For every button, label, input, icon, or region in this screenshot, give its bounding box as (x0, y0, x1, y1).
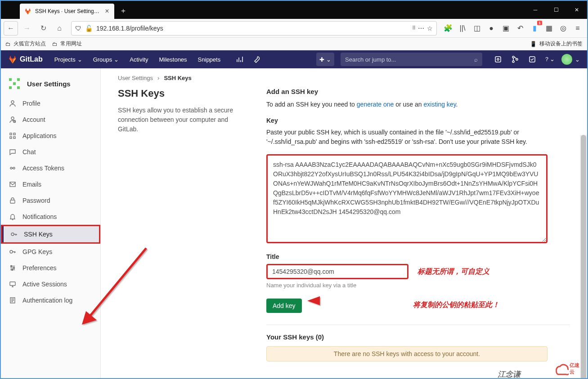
bookmark-common[interactable]: 🗀常用网址 (52, 40, 82, 48)
chevron-down-icon[interactable]: ⌄ (575, 56, 580, 63)
svg-point-12 (11, 117, 14, 120)
menu-snippets[interactable]: Snippets (193, 54, 225, 66)
sidebar-item-label: Active Sessions (22, 281, 67, 288)
back-button[interactable]: ← (4, 21, 18, 36)
sidebar-item-chat[interactable]: Chat (1, 144, 100, 160)
sidebar-item-notifications[interactable]: Notifications (1, 209, 100, 225)
svg-rect-9 (9, 86, 12, 89)
title-input[interactable] (266, 264, 408, 279)
sidebar-item-preferences[interactable]: Preferences (1, 260, 100, 276)
sidebar-item-label: Access Tokens (22, 165, 64, 172)
url-bar[interactable]: 🛡 🔓 192.168.1.8/profile/keys ⠿ ⋯ ☆ (71, 21, 437, 36)
scrollbar[interactable] (580, 135, 587, 379)
sidebar-header[interactable]: User Settings (1, 72, 100, 95)
maximize-button[interactable]: ☐ (546, 1, 566, 19)
wrench-icon[interactable] (249, 53, 265, 66)
folder-icon: 🗀 (52, 41, 58, 47)
tab-title: SSH Keys · User Settings · Git... (35, 8, 100, 14)
merge-icon[interactable] (507, 53, 523, 66)
gitlab-logo-icon (8, 55, 17, 64)
reload-button[interactable]: ↻ (36, 21, 50, 36)
svg-point-11 (11, 101, 14, 103)
key-textarea[interactable] (266, 154, 548, 243)
sidebar-item-active-sessions[interactable]: Active Sessions (1, 276, 100, 292)
sidebar-item-access-tokens[interactable]: Access Tokens (1, 160, 100, 176)
undo-icon[interactable]: ↶ (513, 22, 527, 35)
issues-icon[interactable] (490, 53, 506, 66)
generate-link[interactable]: generate one (357, 101, 394, 108)
breadcrumbs: User Settings › SSH Keys (118, 75, 570, 81)
svg-rect-16 (10, 137, 12, 138)
minimize-button[interactable]: ─ (525, 1, 546, 19)
sidebar-item-account[interactable]: Account (1, 111, 100, 128)
home-button[interactable]: ⌂ (52, 21, 67, 36)
shield-icon[interactable]: 🛡 (75, 25, 81, 32)
hamburger-icon[interactable]: ≡ (571, 22, 584, 35)
gitlab-logo[interactable]: GitLab (8, 55, 43, 64)
menu-activity[interactable]: Activity (125, 54, 153, 66)
sidebar-item-ssh-keys[interactable]: SSH Keys (1, 225, 100, 244)
menu-groups[interactable]: Groups ⌄ (89, 54, 124, 66)
ext-icon[interactable]: ▦ (542, 22, 556, 35)
more-icon[interactable]: ⋯ (418, 25, 424, 32)
user-avatar[interactable] (561, 54, 572, 65)
sidebar-item-applications[interactable]: Applications (1, 128, 100, 144)
ext2-icon[interactable]: ◎ (557, 22, 570, 35)
new-tab-button[interactable]: ＋ (116, 4, 130, 18)
breadcrumb-root[interactable]: User Settings (118, 75, 153, 81)
svg-rect-0 (495, 57, 501, 62)
add-key-button[interactable]: Add key (266, 299, 302, 313)
sidebar-item-password[interactable]: Password (1, 192, 100, 209)
close-tab-icon[interactable]: × (103, 8, 111, 15)
bell-icon (9, 213, 16, 220)
ext-puzzle-icon[interactable]: 🧩 (441, 22, 455, 35)
todo-icon[interactable] (525, 53, 540, 66)
plus-button[interactable]: ✚ ⌄ (316, 53, 334, 66)
key-label: Key (266, 117, 570, 124)
close-window-button[interactable]: ✕ (566, 1, 587, 19)
help-icon[interactable]: ？⌄ (542, 53, 557, 66)
forward-button[interactable]: → (20, 21, 34, 36)
sidebar-item-gpg-keys[interactable]: GPG Keys (1, 244, 100, 260)
chat-icon (9, 148, 16, 156)
flag-icon[interactable]: ▮1 (528, 22, 541, 35)
menu-projects[interactable]: Projects ⌄ (50, 54, 87, 66)
header-tools (232, 53, 265, 66)
browser-toolbar: ← → ↻ ⌂ 🛡 🔓 192.168.1.8/profile/keys ⠿ ⋯… (1, 19, 587, 38)
account-avatar-icon[interactable]: ● (485, 22, 498, 35)
chevron-right-icon: › (157, 75, 159, 81)
svg-rect-10 (17, 86, 20, 89)
sidebar-item-label: GPG Keys (22, 248, 52, 255)
window-controls: ─ ☐ ✕ (525, 1, 587, 19)
svg-rect-7 (17, 78, 20, 81)
sidebar-icon[interactable]: ◫ (470, 22, 484, 35)
browser-tab[interactable]: SSH Keys · User Settings · Git... × (20, 4, 114, 19)
reader-icon[interactable]: ⠿ (412, 25, 415, 31)
key-help: Paste your public SSH key, which is usua… (266, 128, 570, 147)
add-key-heading: Add an SSH key (266, 88, 570, 95)
menu-milestones[interactable]: Milestones (154, 54, 191, 66)
insecure-icon[interactable]: 🔓 (85, 25, 93, 32)
svg-rect-17 (13, 137, 15, 138)
existing-link[interactable]: existing key (424, 101, 456, 108)
sidebar-item-authentication-log[interactable]: Authentication log (1, 292, 100, 308)
key-icon (10, 231, 18, 238)
annotation-title: 标题无所谓，可自定义 (417, 267, 489, 276)
sidebar-item-emails[interactable]: Emails (1, 176, 100, 192)
library-icon[interactable]: ||\ (456, 22, 469, 35)
sidebar-item-profile[interactable]: Profile (1, 95, 100, 111)
bookmark-firefox[interactable]: 🗀火狐官方站点 (5, 40, 46, 48)
token-icon (9, 165, 16, 172)
search-input[interactable]: Search or jump to... ⌕ (341, 53, 482, 66)
bookmark-star-icon[interactable]: ☆ (427, 25, 433, 32)
chevron-down-icon: ⌄ (77, 56, 82, 63)
mobile-icon: 📱 (530, 41, 537, 47)
bookmark-mobile[interactable]: 📱移动设备上的书签 (530, 40, 583, 48)
separator (266, 325, 570, 325)
svg-point-18 (10, 167, 12, 169)
svg-rect-8 (13, 82, 16, 85)
lock-icon (9, 197, 16, 204)
chart-icon[interactable] (232, 53, 247, 66)
svg-marker-30 (307, 296, 320, 305)
crop-icon[interactable]: ▣ (499, 22, 512, 35)
